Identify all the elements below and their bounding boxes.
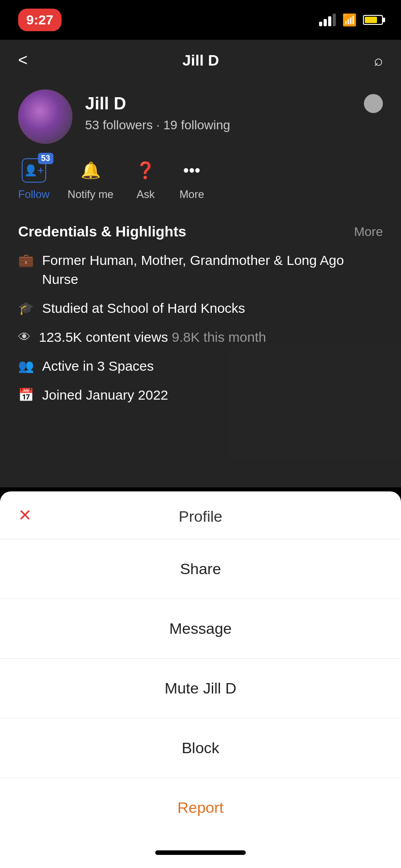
home-indicator [0,837,401,868]
status-time: 9:27 [18,9,62,31]
battery-icon: ⚡ [363,15,383,25]
profile-section: Jill D 53 followers · 19 following 👤+ 53… [0,80,401,214]
more-label: More [179,188,204,201]
sheet-item-message-label: Message [169,620,232,637]
page-title: Jill D [182,52,219,69]
bell-icon: 🔔 [81,161,101,180]
dots-icon: ••• [183,161,200,180]
credential-text-3: 123.5K content views 9.8K this month [39,328,266,347]
question-icon: ❓ [135,161,156,180]
spaces-icon: 👥 [18,359,34,373]
sheet-close-button[interactable]: ✕ [18,506,32,525]
wifi-icon: 📶 [342,13,357,27]
more-button[interactable]: ••• More [178,156,206,201]
ask-button[interactable]: ❓ Ask [132,156,160,201]
sheet-item-mute-label: Mute Jill D [165,679,237,697]
follow-label: Follow [18,188,49,201]
signal-bars-icon [319,14,336,26]
follow-button[interactable]: 👤+ 53 Follow [18,156,49,201]
calendar-icon: 📅 [18,387,34,402]
credential-text-4: Active in 3 Spaces [42,357,154,376]
credential-item-3: 👁 123.5K content views 9.8K this month [18,328,383,347]
bottom-sheet-overlay: ✕ Profile Share Message Mute Jill D Bloc… [0,491,401,868]
sheet-item-report[interactable]: Report [0,778,401,837]
sheet-item-share[interactable]: Share [0,539,401,599]
notify-button[interactable]: 🔔 Notify me [67,156,113,201]
profile-stats: 53 followers · 19 following [85,118,351,132]
sheet-title: Profile [179,508,222,525]
credentials-more-link[interactable]: More [354,225,383,239]
follow-count-badge: 53 [38,153,53,164]
action-buttons: 👤+ 53 Follow 🔔 Notify me ❓ Ask [18,156,383,201]
credentials-title: Credentials & Highlights [18,223,186,240]
ask-label: Ask [137,188,155,201]
back-button[interactable]: < [18,51,28,70]
profile-background: < Jill D ⌕ Jill D 53 followers · 19 foll… [0,40,401,487]
briefcase-icon: 💼 [18,253,34,268]
content-views-month: 9.8K this month [172,330,266,344]
avatar [18,90,72,144]
sheet-item-mute[interactable]: Mute Jill D [0,659,401,718]
search-button[interactable]: ⌕ [374,52,383,69]
credential-item-2: 🎓 Studied at School of Hard Knocks [18,299,383,318]
credentials-section: Credentials & Highlights More 💼 Former H… [0,214,401,424]
credential-text-5: Joined January 2022 [42,386,168,405]
credentials-header: Credentials & Highlights More [18,223,383,240]
sheet-item-message[interactable]: Message [0,599,401,659]
status-bar: 9:27 📶 ⚡ [0,0,401,40]
bottom-sheet: ✕ Profile Share Message Mute Jill D Bloc… [0,491,401,837]
sheet-item-report-label: Report [177,799,224,816]
profile-info: Jill D 53 followers · 19 following [85,90,351,132]
sheet-item-block[interactable]: Block [0,718,401,778]
sheet-item-block-label: Block [181,739,219,756]
credential-text-2: Studied at School of Hard Knocks [42,299,245,318]
profile-header-row: Jill D 53 followers · 19 following [18,90,383,144]
eye-icon: 👁 [18,330,31,344]
notify-label: Notify me [67,188,113,201]
graduation-icon: 🎓 [18,301,34,316]
follow-dot [364,94,383,113]
sheet-header: ✕ Profile [0,491,401,539]
profile-nav: < Jill D ⌕ [0,40,401,80]
status-icons: 📶 ⚡ [319,13,383,27]
credential-text-1: Former Human, Mother, Grandmother & Long… [42,251,383,289]
home-bar [155,850,246,855]
profile-name: Jill D [85,94,351,113]
sheet-item-share-label: Share [180,560,221,577]
credential-item-5: 📅 Joined January 2022 [18,386,383,405]
credential-item-4: 👥 Active in 3 Spaces [18,357,383,376]
credential-item-1: 💼 Former Human, Mother, Grandmother & Lo… [18,251,383,289]
